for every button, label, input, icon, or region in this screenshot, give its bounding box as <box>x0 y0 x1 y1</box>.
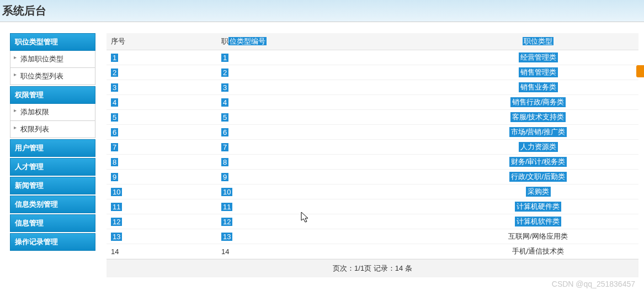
cell-seq: 4 <box>107 95 217 110</box>
table-row[interactable]: 33销售业务类 <box>107 80 638 95</box>
cell-code: 14 <box>217 244 438 259</box>
cell-seq: 8 <box>107 155 217 170</box>
cell-type: 财务/审计/税务类 <box>438 155 638 170</box>
cell-type: 销售业务类 <box>438 80 638 95</box>
table-row[interactable]: 66市场/营销/推广类 <box>107 125 638 140</box>
cell-seq: 7 <box>107 140 217 155</box>
cell-code: 4 <box>217 95 438 110</box>
cell-code: 8 <box>217 155 438 170</box>
table-row[interactable]: 1010采购类 <box>107 185 638 199</box>
sidebar: 职位类型管理添加职位类型职位类型列表权限管理添加权限权限列表用户管理人才管理新闻… <box>10 33 95 277</box>
sidebar-item[interactable]: 职位类型列表 <box>10 68 95 85</box>
pager: 页次：1/1页 记录：14 条 <box>107 259 638 277</box>
cell-seq: 3 <box>107 80 217 95</box>
cell-type: 计算机软件类 <box>438 214 638 229</box>
cell-seq: 5 <box>107 110 217 125</box>
col-header-seq[interactable]: 序号 <box>107 33 217 50</box>
cell-type: 客服/技术支持类 <box>438 110 638 125</box>
position-type-table: 序号 职位类型编号 职位类型 11经营管理类22销售管理类33销售业务类44销售… <box>107 33 638 259</box>
sidebar-group-header[interactable]: 信息类别管理 <box>10 196 95 213</box>
cell-type: 计算机硬件类 <box>438 199 638 214</box>
cell-code: 5 <box>217 110 438 125</box>
cell-code: 3 <box>217 80 438 95</box>
table-row[interactable]: 1212计算机软件类 <box>107 214 638 229</box>
cell-code: 9 <box>217 170 438 185</box>
cell-type: 销售管理类 <box>438 65 638 80</box>
cell-type: 手机/通信技术类 <box>438 244 638 259</box>
cell-code: 11 <box>217 199 438 214</box>
table-row[interactable]: 11经营管理类 <box>107 50 638 65</box>
cell-type: 经营管理类 <box>438 50 638 65</box>
table-row[interactable]: 88财务/审计/税务类 <box>107 155 638 170</box>
table-row[interactable]: 55客服/技术支持类 <box>107 110 638 125</box>
sidebar-group-header[interactable]: 用户管理 <box>10 139 95 157</box>
cell-code: 7 <box>217 140 438 155</box>
cell-seq: 9 <box>107 170 217 185</box>
cell-seq: 2 <box>107 65 217 80</box>
cell-type: 互联网/网络应用类 <box>438 229 638 244</box>
table-row[interactable]: 1111计算机硬件类 <box>107 199 638 214</box>
cell-seq: 6 <box>107 125 217 140</box>
sidebar-item[interactable]: 添加权限 <box>10 104 95 121</box>
sidebar-item[interactable]: 权限列表 <box>10 121 95 138</box>
sidebar-group-header[interactable]: 权限管理 <box>10 86 95 104</box>
cell-seq: 11 <box>107 199 217 214</box>
table-row[interactable]: 77人力资源类 <box>107 140 638 155</box>
col-header-type[interactable]: 职位类型 <box>438 33 638 50</box>
cell-type: 销售行政/商务类 <box>438 95 638 110</box>
cell-seq: 12 <box>107 214 217 229</box>
cell-code: 1 <box>217 50 438 65</box>
cell-type: 采购类 <box>438 185 638 199</box>
sidebar-group-header[interactable]: 职位类型管理 <box>10 33 95 51</box>
table-header-row: 序号 职位类型编号 职位类型 <box>107 33 638 50</box>
edge-badge-icon <box>636 65 644 77</box>
table-row[interactable]: 22销售管理类 <box>107 65 638 80</box>
main-content: 序号 职位类型编号 职位类型 11经营管理类22销售管理类33销售业务类44销售… <box>107 33 644 277</box>
cell-type: 行政/文职/后勤类 <box>438 170 638 185</box>
cell-seq: 1 <box>107 50 217 65</box>
table-row[interactable]: 1414手机/通信技术类 <box>107 244 638 259</box>
table-row[interactable]: 1313互联网/网络应用类 <box>107 229 638 244</box>
cell-code: 12 <box>217 214 438 229</box>
cell-code: 2 <box>217 65 438 80</box>
cell-code: 13 <box>217 229 438 244</box>
cell-seq: 13 <box>107 229 217 244</box>
sidebar-item[interactable]: 添加职位类型 <box>10 51 95 68</box>
cell-seq: 10 <box>107 185 217 199</box>
page-title: 系统后台 <box>0 0 644 22</box>
sidebar-group-header[interactable]: 新闻管理 <box>10 177 95 194</box>
table-row[interactable]: 44销售行政/商务类 <box>107 95 638 110</box>
table-row[interactable]: 99行政/文职/后勤类 <box>107 170 638 185</box>
col-header-code[interactable]: 职位类型编号 <box>217 33 438 50</box>
cell-type: 市场/营销/推广类 <box>438 125 638 140</box>
cell-code: 6 <box>217 125 438 140</box>
cell-code: 10 <box>217 185 438 199</box>
sidebar-group-header[interactable]: 操作记录管理 <box>10 233 95 251</box>
cell-seq: 14 <box>107 244 217 259</box>
cell-type: 人力资源类 <box>438 140 638 155</box>
sidebar-group-header[interactable]: 信息管理 <box>10 214 95 232</box>
sidebar-group-header[interactable]: 人才管理 <box>10 158 95 176</box>
